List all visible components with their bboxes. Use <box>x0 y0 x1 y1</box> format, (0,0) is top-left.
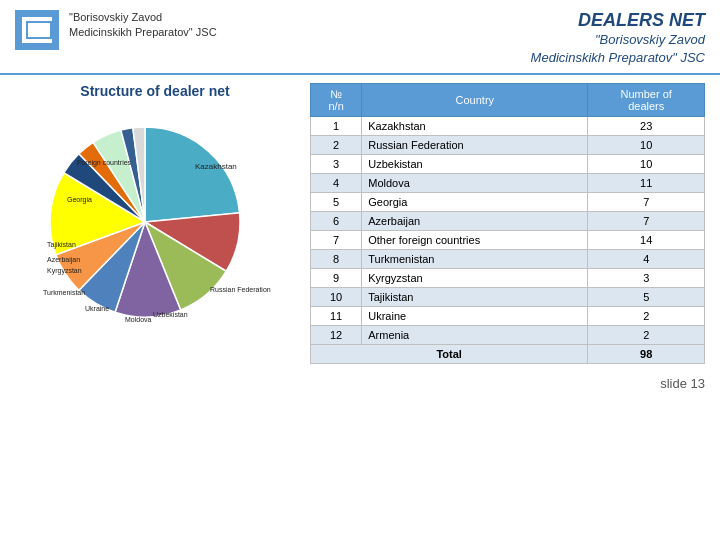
cell-country: Other foreign countries <box>362 231 588 250</box>
cell-num: 4 <box>311 174 362 193</box>
cell-country: Turkmenistan <box>362 250 588 269</box>
cell-dealers: 10 <box>588 155 705 174</box>
cell-dealers: 5 <box>588 288 705 307</box>
right-panel: №n/n Country Number ofdealers 1 Kazakhst… <box>310 83 705 364</box>
cell-num: 5 <box>311 193 362 212</box>
cell-num: 12 <box>311 326 362 345</box>
cell-dealers: 4 <box>588 250 705 269</box>
logo-icon <box>22 17 52 43</box>
cell-country: Azerbaijan <box>362 212 588 231</box>
cell-country: Ukraine <box>362 307 588 326</box>
cell-dealers: 23 <box>588 117 705 136</box>
svg-text:Foreign countries: Foreign countries <box>77 159 132 167</box>
cell-country: Armenia <box>362 326 588 345</box>
svg-text:Uzbekistan: Uzbekistan <box>153 311 188 318</box>
col-header-dealers: Number ofdealers <box>588 84 705 117</box>
table-header-row: №n/n Country Number ofdealers <box>311 84 705 117</box>
table-row: 6 Azerbaijan 7 <box>311 212 705 231</box>
header: "Borisovskiy Zavod Medicinskikh Preparat… <box>0 0 720 75</box>
cell-num: 10 <box>311 288 362 307</box>
table-row: 5 Georgia 7 <box>311 193 705 212</box>
cell-dealers: 7 <box>588 212 705 231</box>
cell-dealers: 2 <box>588 326 705 345</box>
cell-country: Kazakhstan <box>362 117 588 136</box>
header-title: DEALERS NET "Borisovskiy Zavod Medicinsk… <box>531 10 705 67</box>
dealers-net-title: DEALERS NET <box>531 10 705 31</box>
cell-country: Moldova <box>362 174 588 193</box>
cell-dealers: 3 <box>588 269 705 288</box>
table-row: 7 Other foreign countries 14 <box>311 231 705 250</box>
table-row: 8 Turkmenistan 4 <box>311 250 705 269</box>
svg-text:Russian Federation: Russian Federation <box>210 286 271 293</box>
table-row: 1 Kazakhstan 23 <box>311 117 705 136</box>
col-header-num: №n/n <box>311 84 362 117</box>
cell-country: Kyrgyzstan <box>362 269 588 288</box>
cell-num: 9 <box>311 269 362 288</box>
svg-text:Tajikistan: Tajikistan <box>47 241 76 249</box>
section-title: Structure of dealer net <box>15 83 295 99</box>
table-row: 9 Kyrgyzstan 3 <box>311 269 705 288</box>
cell-dealers: 14 <box>588 231 705 250</box>
footer: slide 13 <box>0 372 720 395</box>
logo <box>15 10 59 50</box>
dealers-table: №n/n Country Number ofdealers 1 Kazakhst… <box>310 83 705 364</box>
table-row: 4 Moldova 11 <box>311 174 705 193</box>
svg-text:Georgia: Georgia <box>67 196 92 204</box>
col-header-country: Country <box>362 84 588 117</box>
svg-text:Moldova: Moldova <box>125 316 152 323</box>
pie-chart: Foreign countriesGeorgiaTajikistanAzerba… <box>25 107 285 327</box>
cell-num: 8 <box>311 250 362 269</box>
svg-text:Azerbaijan: Azerbaijan <box>47 256 80 264</box>
svg-text:Ukraine: Ukraine <box>85 305 109 312</box>
cell-num: 2 <box>311 136 362 155</box>
cell-dealers: 11 <box>588 174 705 193</box>
table-body: 1 Kazakhstan 23 2 Russian Federation 10 … <box>311 117 705 364</box>
cell-dealers: 10 <box>588 136 705 155</box>
header-subtitle: "Borisovskiy Zavod Medicinskikh Preparat… <box>531 31 705 67</box>
svg-text:Kazakhstan: Kazakhstan <box>195 162 237 171</box>
cell-country: Uzbekistan <box>362 155 588 174</box>
table-row: 3 Uzbekistan 10 <box>311 155 705 174</box>
cell-num: 3 <box>311 155 362 174</box>
left-panel: Structure of dealer net Foreign countrie… <box>15 83 295 364</box>
cell-num: 1 <box>311 117 362 136</box>
table-row: 2 Russian Federation 10 <box>311 136 705 155</box>
main-content: Structure of dealer net Foreign countrie… <box>0 75 720 372</box>
table-row: 10 Tajikistan 5 <box>311 288 705 307</box>
cell-num: 11 <box>311 307 362 326</box>
cell-dealers: 7 <box>588 193 705 212</box>
cell-dealers: 2 <box>588 307 705 326</box>
slide-label: slide 13 <box>660 376 705 391</box>
cell-num: 7 <box>311 231 362 250</box>
cell-country: Tajikistan <box>362 288 588 307</box>
company-name: "Borisovskiy Zavod Medicinskikh Preparat… <box>69 10 217 41</box>
cell-country: Russian Federation <box>362 136 588 155</box>
total-value: 98 <box>588 345 705 364</box>
pie-svg: Foreign countriesGeorgiaTajikistanAzerba… <box>25 107 285 327</box>
total-row: Total 98 <box>311 345 705 364</box>
table-row: 12 Armenia 2 <box>311 326 705 345</box>
svg-text:Kyrgyzstan: Kyrgyzstan <box>47 267 82 275</box>
cell-country: Georgia <box>362 193 588 212</box>
total-label: Total <box>311 345 588 364</box>
table-row: 11 Ukraine 2 <box>311 307 705 326</box>
svg-text:Turkmenistan: Turkmenistan <box>43 289 85 296</box>
cell-num: 6 <box>311 212 362 231</box>
